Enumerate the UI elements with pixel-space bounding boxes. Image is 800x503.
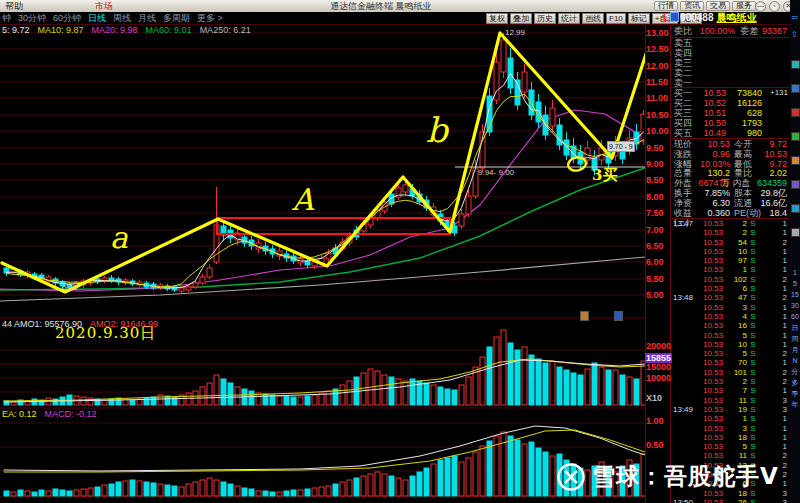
tick-row: 10.532S2 [672,377,789,386]
tick-row: 10.532S1 [672,228,789,237]
tick-row: 13:4710.532S1 [672,219,789,228]
sidebar-tool-icon[interactable] [791,204,800,213]
window-title: 通达信金融终端 晨鸣纸业 [330,0,432,12]
price-axis-label: 5.50 [646,275,664,284]
tick-row: 10.5397S1 [672,256,789,265]
volume-indicator-label: AMO2: 91646.99 [90,319,158,329]
price-axis-label: 12.00 [646,62,669,71]
period-tab[interactable]: 30分钟 [18,12,46,24]
chart-tool-button[interactable]: 复权 [486,13,508,24]
titlebar-button[interactable]: 服务 [732,1,756,11]
sidebar-tool-icon[interactable] [791,228,800,237]
tick-row: 10.5354S2 [672,238,789,247]
peak-price-label: 12.99 [505,28,525,37]
period-tab[interactable]: 多周期 [163,12,190,24]
period-tab[interactable]: 周线 [113,12,131,24]
weibi-value: 100.00% [698,26,736,36]
price-axis-label: 11.00 [646,94,668,103]
sidebar-period-button[interactable]: 日 [790,323,800,332]
price-axis-label: 10.00 [646,127,669,136]
weibi-row: 委比 100.00% 委差 93367 [672,26,789,36]
price-tag: 9.70 - 9 [607,141,635,152]
price-axis-label: 8.00 [646,193,664,202]
period-tab[interactable]: 更多 > [197,12,223,24]
sidebar-period-button[interactable]: 季 [790,389,800,398]
chart-tool-button[interactable]: 标记 [628,13,650,24]
ma-label: MA20: 9.98 [92,25,138,35]
titlebar-button[interactable]: 交易 [706,1,730,11]
buy-row: 买一10.5373840+131 [672,88,789,98]
titlebar-button[interactable]: 资讯 [680,1,704,11]
sidebar-tool-icon[interactable] [791,60,800,69]
tick-row: 10.535S1 [672,442,789,451]
sidebar-tool-icon[interactable] [791,180,800,189]
nav-arrow-icon[interactable]: ⇧ [791,30,798,39]
ma-label: MA250: 6.21 [200,25,251,35]
volume-pane-header: 44 AMO1: 95576.90AMO2: 91646.99 [2,319,158,329]
ma-header: 5: 9.72MA10: 9.87MA20: 9.98MA60: 9.01MA2… [2,25,251,35]
event-marker-orange-icon[interactable] [580,311,589,321]
sidebar-tool-icon[interactable] [791,84,800,93]
chart-tool-button[interactable]: 叠加 [510,13,532,24]
nav-arrow-icon[interactable]: ⇦ [791,13,798,22]
buy-row: 买四10.501793 [672,118,789,128]
quote-panel: 委比 100.00% 委差 93367 卖五 卖四 卖三 卖二 卖一 [672,24,789,503]
sidebar-period-button[interactable]: 15 [790,290,800,299]
stock-code: 000488 [680,12,713,23]
macd-axis-label: 1.00 [646,417,664,426]
window-control-button[interactable]: ▫ [769,1,780,12]
sidebar-tool-icon[interactable] [791,156,800,165]
period-tab[interactable]: 60分钟 [53,12,81,24]
tick-row: 10.533S1 [672,424,789,433]
tick-row: 10.5310S1 [672,340,789,349]
menu-item[interactable]: 帮助 [5,0,23,12]
weibi-label: 委比 [674,26,698,36]
titlebar-button[interactable]: 行情 [654,1,678,11]
tick-row: 10.535S1 [672,331,789,340]
sidebar-period-button[interactable]: 分 [790,367,800,376]
volume-axis-label: 10000 [646,374,671,383]
sidebar-period-button[interactable]: 1 [790,268,800,277]
chart-tool-button[interactable]: 历史 [534,13,556,24]
chart-tool-button[interactable]: 画线 [582,13,604,24]
sidebar-tool-icon[interactable] [791,108,800,117]
toolbar: 钟30分钟60分钟日线周线月线多周期更多 > 复权叠加历史统计画线F10标记+自… [0,12,800,25]
period-tab[interactable]: 日线 [88,12,106,24]
tick-row: 10.53101S2 [672,368,789,377]
stats-table: 现价10.53今开9.72 涨跌0.96最高10.53 涨幅10.03%最低9.… [672,140,789,218]
hline-price-label: 9.94- 9.00 [478,168,514,177]
price-axis-label: 8.50 [646,176,664,185]
buy-row: 买五10.49980 [672,128,789,138]
period-tab[interactable]: 月线 [138,12,156,24]
sidebar-tool-icon[interactable] [791,132,800,141]
sidebar-period-button[interactable]: 多 [790,378,800,387]
sell-queue: 卖五 卖四 卖三 卖二 卖一 [672,38,789,88]
sidebar-period-button[interactable]: 30 [790,301,800,310]
menu-item[interactable]: 市场 [95,0,113,12]
period-tab[interactable]: 钟 [2,12,11,24]
price-axis-label: 9.50 [646,144,664,153]
sidebar-period-button[interactable]: N [790,356,800,365]
stock-name[interactable]: 晨鸣纸业 [716,12,756,23]
volume-indicator-label: 44 AMO1: 95576.90 [2,319,82,329]
sell-row: 卖五 [672,38,789,48]
tick-row: 10.5311S3 [672,396,789,405]
chart-tool-button[interactable]: 统计 [558,13,580,24]
stock-label: L000488晨鸣纸业 [663,12,756,24]
stats-row: 收益(三)0.360PE(动)18.4 [672,209,789,219]
price-axis-label: 7.00 [646,226,664,235]
sidebar-period-button[interactable]: 年 [790,400,800,409]
sidebar-period-button[interactable]: 5 [790,279,800,288]
sidebar-period-button[interactable]: 周 [790,334,800,343]
tick-row: 10.5370S1 [672,358,789,367]
price-axis: 13.0012.5012.0011.5011.0010.5010.009.509… [646,0,671,503]
sidebar-period-button[interactable]: 月 [790,345,800,354]
event-marker-blue-icon[interactable] [614,311,623,321]
chart-tool-button[interactable]: F10 [606,13,626,24]
price-axis-label: 6.00 [646,258,664,267]
tdx-terminal-window: 13.0012.5012.0011.5011.0010.5010.009.509… [0,0,800,503]
stock-chart-canvas[interactable] [0,0,645,503]
tick-row: 13:4910.5319S3 [672,405,789,414]
window-control-button[interactable]: — [755,1,766,12]
sidebar-period-button[interactable]: 60 [790,312,800,321]
